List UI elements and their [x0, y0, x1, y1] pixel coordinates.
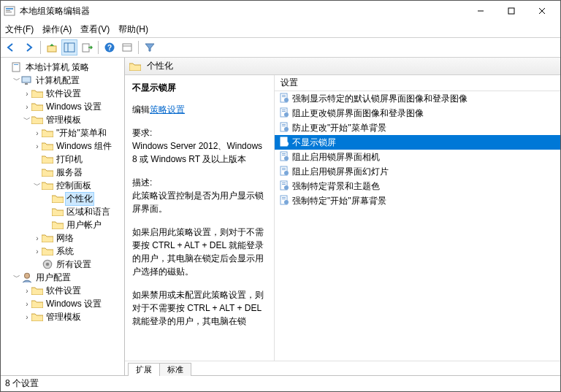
svg-rect-40: [282, 153, 286, 154]
maximize-button[interactable]: [496, 2, 527, 20]
list-item-label: 阻止更改锁屏界面图像和登录图像: [292, 107, 424, 120]
tree-system[interactable]: ›系统: [33, 245, 124, 258]
tree-printers[interactable]: ›打印机: [33, 153, 124, 166]
list-item[interactable]: 防止更改"开始"菜单背景: [275, 120, 560, 135]
selected-setting-title: 不显示锁屏: [132, 81, 267, 94]
folder-icon: [31, 312, 43, 322]
back-button[interactable]: [4, 39, 20, 55]
description-p2: 如果启用此策略设置，则对于不需要按 CTRL + ALT + DEL 就能登录的…: [132, 226, 267, 278]
view-tabs: 扩展 标准: [125, 361, 560, 375]
up-level-button[interactable]: [44, 39, 60, 55]
svg-point-22: [25, 273, 30, 278]
tree-user-config[interactable]: ﹀用户配置: [12, 271, 124, 284]
folder-icon: [129, 61, 141, 72]
tree-personalization[interactable]: ›个性化: [43, 192, 124, 205]
computer-icon: [21, 75, 33, 85]
user-icon: [21, 272, 33, 283]
window-title: 本地组策略编辑器: [20, 5, 465, 18]
svg-rect-8: [47, 46, 56, 52]
close-button[interactable]: [527, 2, 557, 20]
svg-rect-14: [123, 44, 131, 51]
list-item[interactable]: 阻止启用锁屏界面幻灯片: [275, 164, 560, 179]
settings-list[interactable]: 强制显示特定的默认锁屏界面图像和登录图像阻止更改锁屏界面图像和登录图像防止更改"…: [275, 91, 560, 361]
svg-rect-37: [282, 140, 286, 141]
svg-rect-17: [14, 64, 18, 65]
tab-extended[interactable]: 扩展: [128, 363, 160, 376]
tree-network[interactable]: ›网络: [33, 231, 124, 245]
edit-policy-link[interactable]: 策略设置: [150, 104, 185, 115]
policy-icon: [279, 195, 289, 207]
body: ▸ 本地计算机 策略 ﹀ 计算机配置: [1, 58, 560, 375]
tree-user-accounts[interactable]: ›用户帐户: [43, 218, 124, 231]
menu-help[interactable]: 帮助(H): [118, 23, 148, 36]
tree-windows-components[interactable]: ›Windows 组件: [33, 139, 124, 153]
tree-pane[interactable]: ▸ 本地计算机 策略 ﹀ 计算机配置: [1, 58, 125, 375]
minimize-button[interactable]: [465, 2, 496, 20]
show-hide-console-tree-button[interactable]: [61, 39, 77, 55]
folder-icon: [42, 246, 53, 256]
folder-icon: [42, 167, 53, 177]
list-item[interactable]: 强制特定背景和主题色: [275, 179, 560, 193]
tree-all-settings[interactable]: ›所有设置: [33, 258, 124, 271]
forward-button[interactable]: [21, 39, 37, 55]
tree-software-settings[interactable]: ›软件设置: [23, 87, 124, 100]
requirements-body: Windows Server 2012、Windows 8 或 Windows …: [132, 139, 267, 166]
description-p1: 此策略设置控制是否为用户显示锁屏界面。: [132, 189, 267, 215]
folder-icon: [31, 299, 43, 309]
svg-rect-25: [282, 96, 286, 97]
svg-rect-16: [12, 63, 20, 72]
export-list-button[interactable]: [79, 39, 95, 55]
policy-icon: [279, 166, 289, 178]
requirements-label: 要求:: [132, 126, 267, 139]
path-label: 个性化: [147, 60, 173, 72]
policy-icon: [279, 122, 289, 134]
list-item-label: 阻止启用锁屏界面相机: [292, 151, 380, 164]
policy-icon: [279, 137, 289, 149]
properties-button[interactable]: [119, 39, 135, 55]
svg-rect-3: [6, 12, 12, 12]
tree-start-menu[interactable]: ›"开始"菜单和: [33, 126, 124, 139]
tree-user-software[interactable]: ›软件设置: [23, 284, 124, 297]
folder-icon: [31, 88, 43, 99]
tree-user-templates[interactable]: ›管理模板: [23, 310, 124, 323]
tree-windows-settings[interactable]: ›Windows 设置: [23, 100, 124, 113]
description-pane: 不显示锁屏 编辑策略设置 要求: Windows Server 2012、Win…: [125, 75, 275, 361]
list-item[interactable]: 强制特定"开始"屏幕背景: [275, 193, 560, 208]
svg-rect-49: [282, 184, 286, 185]
folder-icon: [31, 285, 43, 296]
folder-icon: [52, 207, 64, 217]
svg-rect-33: [282, 126, 286, 126]
titlebar: 本地组策略编辑器: [1, 1, 560, 21]
tab-standard[interactable]: 标准: [159, 363, 191, 376]
list-item[interactable]: 阻止启用锁屏界面相机: [275, 150, 560, 164]
tree-servers[interactable]: ›服务器: [33, 166, 124, 179]
tree-admin-templates[interactable]: ﹀管理模板: [23, 113, 124, 126]
tree-control-panel[interactable]: ﹀控制面板: [33, 179, 124, 192]
list-header-setting[interactable]: 设置: [275, 75, 560, 91]
svg-point-54: [284, 200, 289, 204]
window: 本地组策略编辑器 文件(F) 操作(A) 查看(V) 帮助(H) ?: [0, 0, 561, 392]
svg-point-50: [284, 185, 289, 190]
tree-computer-config[interactable]: ﹀ 计算机配置: [12, 74, 124, 87]
help-button[interactable]: ?: [102, 39, 118, 55]
folder-icon: [42, 180, 53, 191]
tree-regional[interactable]: ›区域和语言: [43, 205, 124, 218]
svg-point-21: [46, 263, 50, 266]
svg-point-26: [284, 98, 289, 102]
svg-rect-45: [282, 169, 286, 170]
menubar: 文件(F) 操作(A) 查看(V) 帮助(H): [1, 21, 560, 37]
menu-file[interactable]: 文件(F): [5, 23, 34, 36]
tree-user-windows[interactable]: ›Windows 设置: [23, 297, 124, 310]
svg-rect-53: [282, 199, 286, 199]
svg-rect-36: [282, 139, 286, 139]
app-icon: [4, 5, 15, 17]
list-item[interactable]: 强制显示特定的默认锁屏界面图像和登录图像: [275, 91, 560, 106]
tree-root[interactable]: ▸ 本地计算机 策略: [2, 61, 124, 74]
toolbar: ?: [1, 37, 560, 58]
list-item[interactable]: 不显示锁屏: [275, 135, 560, 150]
menu-view[interactable]: 查看(V): [80, 23, 110, 36]
menu-action[interactable]: 操作(A): [42, 23, 72, 36]
status-count: 8 个设置: [5, 377, 39, 390]
list-item[interactable]: 阻止更改锁屏界面图像和登录图像: [275, 106, 560, 120]
filter-button[interactable]: [142, 39, 158, 55]
